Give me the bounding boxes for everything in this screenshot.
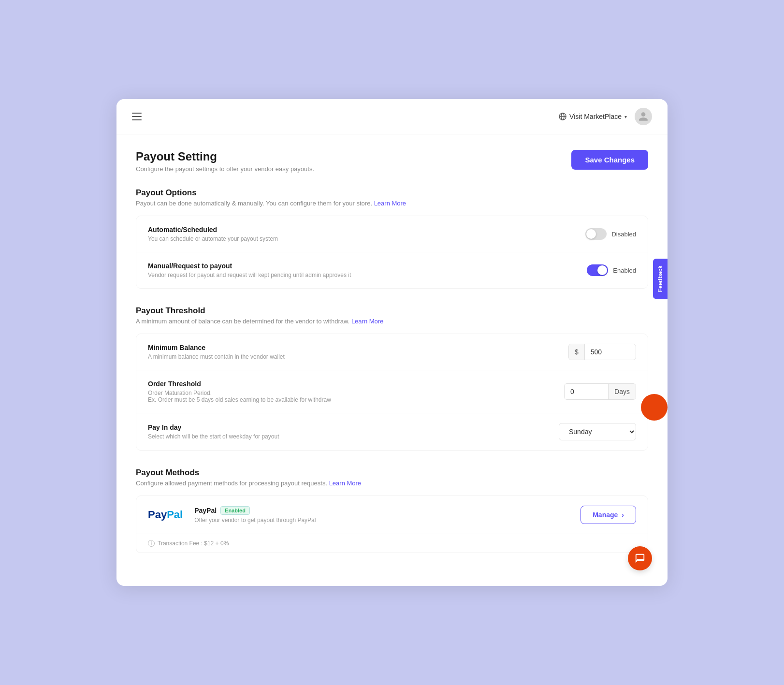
automatic-toggle[interactable] xyxy=(585,228,607,240)
automatic-desc: You can schedule or automate your payout… xyxy=(148,235,278,242)
manual-toggle-wrap: Enabled xyxy=(587,264,636,276)
manage-button[interactable]: Manage › xyxy=(581,506,636,524)
transaction-fee-row: i Transaction Fee : $12 + 0% xyxy=(136,534,648,553)
order-threshold-title: Order Threshold xyxy=(148,380,331,388)
payout-methods-title: Payout Methods xyxy=(136,468,648,478)
manual-toggle[interactable] xyxy=(587,264,608,276)
payout-options-desc: Payout can be done automatically & manua… xyxy=(136,200,648,207)
minimum-balance-input-wrap: $ xyxy=(568,344,636,360)
chat-bubble-button[interactable] xyxy=(628,546,652,570)
payout-threshold-desc: A minimum amount of balance can be deter… xyxy=(136,318,648,325)
payout-threshold-title: Payout Threshold xyxy=(136,306,648,316)
payout-methods-learn-more[interactable]: Learn More xyxy=(329,480,361,487)
pay-in-day-desc: Select which will be the start of weekda… xyxy=(148,433,279,440)
paypal-enabled-badge: Enabled xyxy=(220,506,250,515)
page-title-block: Payout Setting Configure the payout sett… xyxy=(136,150,314,173)
pay-in-day-row: Pay In day Select which will be the star… xyxy=(136,413,648,450)
payout-threshold-learn-more[interactable]: Learn More xyxy=(351,318,383,325)
page-title: Payout Setting xyxy=(136,150,314,163)
feedback-tab[interactable]: Feedback xyxy=(653,259,668,299)
visit-marketplace-button[interactable]: Visit MarketPlace ▾ xyxy=(559,113,627,120)
manage-chevron-icon: › xyxy=(622,511,624,519)
header-right: Visit MarketPlace ▾ xyxy=(559,108,652,125)
manual-title: Manual/Request to payout xyxy=(148,262,351,270)
paypal-logo: PayPal xyxy=(148,509,183,521)
page-title-area: Payout Setting Configure the payout sett… xyxy=(136,150,648,173)
chevron-down-icon: ▾ xyxy=(624,114,627,119)
payout-threshold-card: Minimum Balance A minimum balance must c… xyxy=(136,334,648,451)
pay-in-day-select[interactable]: Sunday Monday Tuesday Wednesday Thursday… xyxy=(559,423,636,440)
manual-row: Manual/Request to payout Vendor request … xyxy=(136,252,648,288)
hamburger-menu[interactable] xyxy=(132,113,142,120)
header: Visit MarketPlace ▾ xyxy=(116,99,668,134)
orange-circle-decoration xyxy=(641,394,668,421)
payout-options-section: Payout Options Payout can be done automa… xyxy=(136,188,648,289)
payout-threshold-section: Payout Threshold A minimum amount of bal… xyxy=(136,306,648,451)
manual-desc: Vendor request for payout and request wi… xyxy=(148,272,351,278)
minimum-balance-row: Minimum Balance A minimum balance must c… xyxy=(136,334,648,370)
automatic-title: Automatic/Scheduled xyxy=(148,226,278,233)
page-subtitle: Configure the payout settings to offer y… xyxy=(136,165,314,173)
manual-status: Enabled xyxy=(613,267,636,274)
order-threshold-desc1: Order Maturation Period. xyxy=(148,390,331,396)
transaction-fee-text: Transaction Fee : $12 + 0% xyxy=(158,540,229,547)
save-changes-button[interactable]: Save Changes xyxy=(571,150,648,170)
automatic-status: Disabled xyxy=(611,231,636,238)
paypal-name: PayPal xyxy=(194,507,217,514)
dollar-prefix: $ xyxy=(569,344,585,360)
payout-methods-desc: Configure allowed payment methods for pr… xyxy=(136,480,648,487)
info-icon: i xyxy=(148,540,155,547)
order-threshold-input[interactable] xyxy=(565,384,608,399)
pay-in-day-title: Pay In day xyxy=(148,423,279,431)
manual-toggle-knob xyxy=(597,265,607,275)
order-threshold-row: Order Threshold Order Maturation Period.… xyxy=(136,370,648,413)
minimum-balance-desc: A minimum balance must contain in the ve… xyxy=(148,353,285,360)
order-threshold-desc2: Ex. Order must be 5 days old sales earni… xyxy=(148,396,331,403)
globe-icon xyxy=(559,113,566,120)
paypal-desc: Offer your vendor to get payout through … xyxy=(194,517,316,524)
paypal-row: PayPal PayPal Enabled Offer your vendor … xyxy=(136,496,648,534)
marketplace-label: Visit MarketPlace xyxy=(569,113,622,120)
automatic-toggle-wrap: Disabled xyxy=(585,228,636,240)
payout-options-card: Automatic/Scheduled You can schedule or … xyxy=(136,216,648,289)
main-content: Payout Setting Configure the payout sett… xyxy=(116,134,668,586)
paypal-card: PayPal PayPal Enabled Offer your vendor … xyxy=(136,496,648,553)
payout-options-learn-more[interactable]: Learn More xyxy=(374,200,406,207)
avatar[interactable] xyxy=(635,108,652,125)
days-suffix: Days xyxy=(608,384,636,399)
payout-methods-section: Payout Methods Configure allowed payment… xyxy=(136,468,648,553)
order-threshold-input-wrap: Days xyxy=(564,383,636,400)
chat-icon xyxy=(635,553,645,564)
minimum-balance-title: Minimum Balance xyxy=(148,344,285,351)
minimum-balance-input[interactable] xyxy=(585,344,628,360)
automatic-row: Automatic/Scheduled You can schedule or … xyxy=(136,216,648,252)
automatic-toggle-knob xyxy=(586,229,596,239)
payout-options-title: Payout Options xyxy=(136,188,648,198)
